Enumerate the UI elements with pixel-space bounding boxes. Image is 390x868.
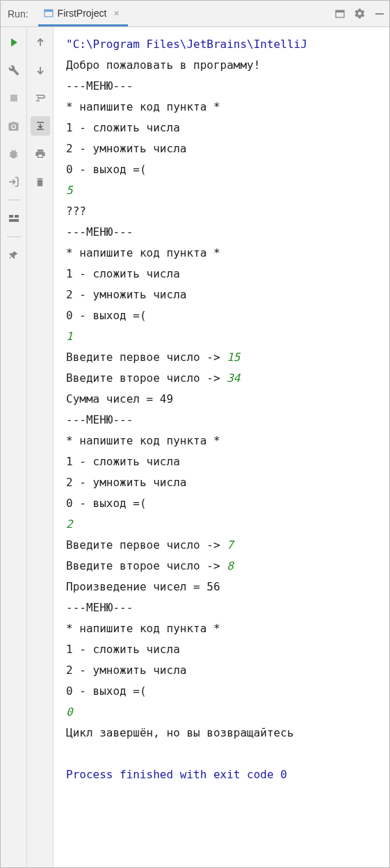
out-line: 2 - умножить числа [66,476,186,489]
arrow-up-icon[interactable] [31,33,50,52]
close-tab-icon[interactable]: × [113,8,119,19]
out-line: Сумма чисел = 49 [66,392,173,405]
out-line: 1 - сложить числа [66,455,180,468]
app-icon [44,8,54,18]
out-line: * напишите код пункта * [66,622,220,635]
print-icon[interactable] [31,144,50,163]
gear-icon[interactable] [354,8,366,19]
out-line: 1 - сложить числа [66,267,180,280]
svg-rect-7 [9,215,13,218]
user-input: 0 [66,705,73,718]
tab-firstproject[interactable]: FirstProject × [38,1,128,26]
out-line: ---МЕНЮ--- [66,225,133,239]
out-line: Введите первое число -> [66,538,227,552]
exit-icon[interactable] [4,172,24,191]
tab-label: FirstProject [58,8,107,19]
wrench-icon[interactable] [4,61,24,80]
trash-icon[interactable] [31,172,50,191]
user-input: 8 [227,559,234,572]
tabs-container: FirstProject × [38,1,334,26]
user-input: 7 [227,538,234,552]
out-line: Введите второе число -> [66,559,227,572]
arrow-down-icon[interactable] [31,61,50,80]
run-tool-header: Run: FirstProject × [1,1,389,27]
out-line: 0 - выход =( [66,684,147,698]
out-line: ??? [66,204,86,218]
out-line: 2 - умножить числа [66,142,186,155]
svg-rect-9 [9,219,19,222]
out-line: Введите первое число -> [66,351,227,364]
user-input: 1 [66,330,73,343]
camera-icon[interactable] [4,116,24,136]
out-line: 0 - выход =( [66,497,147,510]
console-output[interactable]: "C:\Program Files\JetBrains\IntelliJ Доб… [54,27,389,867]
separator [7,200,21,200]
svg-rect-8 [15,215,19,218]
scroll-to-end-icon[interactable] [31,116,50,136]
pin-icon[interactable] [4,246,24,265]
out-line: Цикл завершён, но вы возвращайтесь [66,726,294,739]
out-line: 0 - выход =( [66,309,147,322]
user-input: 15 [227,351,240,364]
separator [7,236,21,237]
user-input: 5 [66,184,73,197]
out-line: ---МЕНЮ--- [66,413,133,426]
stop-button[interactable] [4,88,24,108]
out-line: ---МЕНЮ--- [66,601,133,614]
user-input: 2 [66,517,73,531]
out-line: * напишите код пункта * [66,100,220,113]
header-actions [334,8,385,19]
out-line: * напишите код пункта * [66,246,220,259]
run-button[interactable] [4,33,24,52]
out-line: ---МЕНЮ--- [66,79,133,93]
svg-rect-1 [44,10,53,12]
out-line: 2 - умножить числа [66,664,186,677]
layout-icon[interactable] [4,209,24,228]
out-line: 2 - умножить числа [66,288,186,301]
out-line: Введите второе число -> [66,371,227,385]
svg-rect-5 [10,95,17,102]
command-line: "C:\Program Files\JetBrains\IntelliJ [66,38,307,51]
bug-icon[interactable] [4,144,24,163]
left-toolbar [1,27,27,867]
user-input: 34 [227,371,240,385]
svg-rect-4 [375,13,384,15]
minimize-icon[interactable] [374,8,385,19]
out-line: Произведение чисел = 56 [66,580,220,593]
out-line: * напишите код пункта * [66,434,220,447]
svg-rect-3 [336,10,344,13]
window-icon[interactable] [334,8,346,19]
mid-toolbar [27,27,54,867]
out-line: 1 - сложить числа [66,643,180,656]
exit-line: Process finished with exit code 0 [66,768,287,781]
out-line: 0 - выход =( [66,163,147,176]
out-line: Добро пожаловать в программу! [66,58,260,72]
soft-wrap-icon[interactable] [31,88,50,108]
out-line: 1 - сложить числа [66,121,180,134]
run-body: "C:\Program Files\JetBrains\IntelliJ Доб… [1,27,389,867]
run-label: Run: [8,8,29,19]
